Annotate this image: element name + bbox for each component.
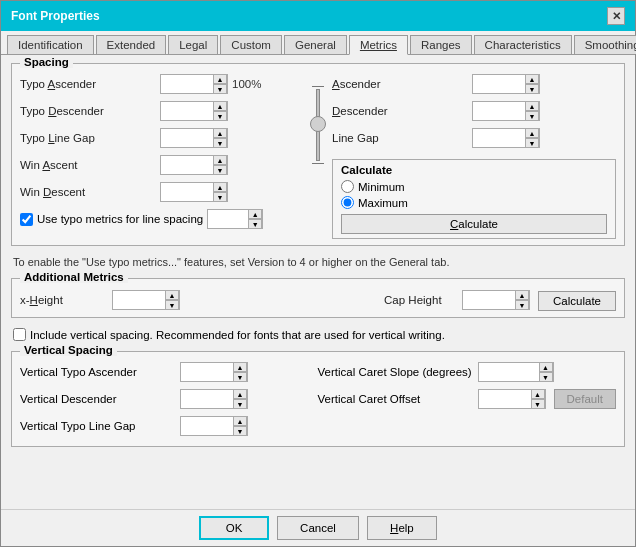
win-descent-input[interactable]: -670 bbox=[161, 183, 213, 201]
cap-height-up[interactable]: ▲ bbox=[515, 290, 529, 300]
descender-up[interactable]: ▲ bbox=[525, 101, 539, 111]
descender-spinner[interactable]: -670 ▲ ▼ bbox=[472, 101, 540, 121]
cap-height-input[interactable]: 1454 bbox=[463, 291, 515, 309]
cap-height-spin-btns[interactable]: ▲ ▼ bbox=[515, 290, 529, 310]
x-height-input[interactable]: 870 bbox=[113, 291, 165, 309]
typo-ascender-spinner[interactable]: 1552 ▲ ▼ bbox=[160, 74, 228, 94]
typo-descender-up[interactable]: ▲ bbox=[213, 101, 227, 111]
typo-ascender-input[interactable]: 1552 bbox=[161, 75, 213, 93]
ascender-up[interactable]: ▲ bbox=[525, 74, 539, 84]
vertical-spacing-checkbox[interactable] bbox=[13, 328, 26, 341]
descender-spin-btns[interactable]: ▲ ▼ bbox=[525, 101, 539, 121]
vert-line-gap-up[interactable]: ▲ bbox=[233, 416, 247, 426]
tab-identification[interactable]: Identification bbox=[7, 35, 94, 54]
use-typo-metrics-up[interactable]: ▲ bbox=[248, 209, 262, 219]
use-typo-metrics-spin-btns[interactable]: ▲ ▼ bbox=[248, 209, 262, 229]
cap-height-down[interactable]: ▼ bbox=[515, 300, 529, 310]
close-button[interactable]: ✕ bbox=[607, 7, 625, 25]
cancel-button[interactable]: Cancel bbox=[277, 516, 359, 540]
vert-line-gap-spin-btns[interactable]: ▲ ▼ bbox=[233, 416, 247, 436]
win-ascent-down[interactable]: ▼ bbox=[213, 165, 227, 175]
slider-thumb[interactable] bbox=[310, 116, 326, 132]
line-gap-spin-btns[interactable]: ▲ ▼ bbox=[525, 128, 539, 148]
win-descent-down[interactable]: ▼ bbox=[213, 192, 227, 202]
win-ascent-up[interactable]: ▲ bbox=[213, 155, 227, 165]
typo-line-gap-input[interactable]: 205 bbox=[161, 129, 213, 147]
ascender-spin-btns[interactable]: ▲ ▼ bbox=[525, 74, 539, 94]
vert-descender-up[interactable]: ▲ bbox=[233, 389, 247, 399]
vert-caret-offset-input[interactable]: 0 bbox=[479, 390, 531, 408]
vert-caret-slope-spin-btns[interactable]: ▲ ▼ bbox=[539, 362, 553, 382]
cap-height-spinner[interactable]: 1454 ▲ ▼ bbox=[462, 290, 530, 310]
use-typo-metrics-down[interactable]: ▼ bbox=[248, 219, 262, 229]
descender-down[interactable]: ▼ bbox=[525, 111, 539, 121]
vert-caret-slope-input[interactable]: 90.00 bbox=[479, 363, 539, 381]
typo-line-gap-spin-btns[interactable]: ▲ ▼ bbox=[213, 128, 227, 148]
typo-descender-input[interactable]: -410 bbox=[161, 102, 213, 120]
line-gap-down[interactable]: ▼ bbox=[525, 138, 539, 148]
tab-custom[interactable]: Custom bbox=[220, 35, 282, 54]
vert-ascender-spin-btns[interactable]: ▲ ▼ bbox=[233, 362, 247, 382]
tab-extended[interactable]: Extended bbox=[96, 35, 167, 54]
additional-calculate-button[interactable]: Calculate bbox=[538, 291, 616, 311]
typo-line-gap-up[interactable]: ▲ bbox=[213, 128, 227, 138]
vert-descender-input[interactable]: -1024 bbox=[181, 390, 233, 408]
vert-descender-spinner[interactable]: -1024 ▲ ▼ bbox=[180, 389, 248, 409]
minimum-radio[interactable] bbox=[341, 180, 354, 193]
ok-button[interactable]: OK bbox=[199, 516, 269, 540]
vert-ascender-down[interactable]: ▼ bbox=[233, 372, 247, 382]
vert-ascender-spinner[interactable]: 1024 ▲ ▼ bbox=[180, 362, 248, 382]
line-gap-spinner[interactable]: 1 ▲ ▼ bbox=[472, 128, 540, 148]
typo-descender-down[interactable]: ▼ bbox=[213, 111, 227, 121]
calculate-button[interactable]: Calculate bbox=[341, 214, 607, 234]
win-descent-up[interactable]: ▲ bbox=[213, 182, 227, 192]
line-gap-up[interactable]: ▲ bbox=[525, 128, 539, 138]
help-button[interactable]: Help bbox=[367, 516, 437, 540]
win-ascent-input[interactable]: 1991 bbox=[161, 156, 213, 174]
typo-ascender-spin-btns[interactable]: ▲ ▼ bbox=[213, 74, 227, 94]
vert-descender-down[interactable]: ▼ bbox=[233, 399, 247, 409]
typo-line-gap-down[interactable]: ▼ bbox=[213, 138, 227, 148]
vert-caret-offset-up[interactable]: ▲ bbox=[531, 389, 545, 399]
typo-ascender-down[interactable]: ▼ bbox=[213, 84, 227, 94]
maximum-radio[interactable] bbox=[341, 196, 354, 209]
vert-caret-offset-down[interactable]: ▼ bbox=[531, 399, 545, 409]
ascender-down[interactable]: ▼ bbox=[525, 84, 539, 94]
x-height-spinner[interactable]: 870 ▲ ▼ bbox=[112, 290, 180, 310]
ascender-spinner[interactable]: 1991 ▲ ▼ bbox=[472, 74, 540, 94]
vert-caret-offset-spinner[interactable]: 0 ▲ ▼ bbox=[478, 389, 546, 409]
vert-ascender-input[interactable]: 1024 bbox=[181, 363, 233, 381]
tab-metrics[interactable]: Metrics bbox=[349, 35, 408, 55]
vert-caret-slope-down[interactable]: ▼ bbox=[539, 372, 553, 382]
typo-ascender-up[interactable]: ▲ bbox=[213, 74, 227, 84]
tab-legal[interactable]: Legal bbox=[168, 35, 218, 54]
use-typo-metrics-percent-spinner[interactable]: 120 % ▲ ▼ bbox=[207, 209, 263, 229]
x-height-spin-btns[interactable]: ▲ ▼ bbox=[165, 290, 179, 310]
ascender-input[interactable]: 1991 bbox=[473, 75, 525, 93]
use-typo-metrics-percent-input[interactable]: 120 % bbox=[208, 210, 248, 228]
vert-caret-offset-spin-btns[interactable]: ▲ ▼ bbox=[531, 389, 545, 409]
tab-general[interactable]: General bbox=[284, 35, 347, 54]
win-ascent-spin-btns[interactable]: ▲ ▼ bbox=[213, 155, 227, 175]
tab-ranges[interactable]: Ranges bbox=[410, 35, 472, 54]
tab-smoothing[interactable]: Smoothing bbox=[574, 35, 636, 54]
vert-line-gap-spinner[interactable]: 0 ▲ ▼ bbox=[180, 416, 248, 436]
vert-line-gap-input[interactable]: 0 bbox=[181, 417, 233, 435]
use-typo-metrics-checkbox[interactable] bbox=[20, 213, 33, 226]
tab-characteristics[interactable]: Characteristics bbox=[474, 35, 572, 54]
win-descent-spin-btns[interactable]: ▲ ▼ bbox=[213, 182, 227, 202]
typo-line-gap-spinner[interactable]: 205 ▲ ▼ bbox=[160, 128, 228, 148]
win-descent-spinner[interactable]: -670 ▲ ▼ bbox=[160, 182, 228, 202]
vert-line-gap-down[interactable]: ▼ bbox=[233, 426, 247, 436]
line-gap-input[interactable]: 1 bbox=[473, 129, 525, 147]
vert-caret-slope-up[interactable]: ▲ bbox=[539, 362, 553, 372]
x-height-down[interactable]: ▼ bbox=[165, 300, 179, 310]
vert-caret-slope-spinner[interactable]: 90.00 ▲ ▼ bbox=[478, 362, 554, 382]
vert-descender-spin-btns[interactable]: ▲ ▼ bbox=[233, 389, 247, 409]
typo-descender-spinner[interactable]: -410 ▲ ▼ bbox=[160, 101, 228, 121]
typo-descender-spin-btns[interactable]: ▲ ▼ bbox=[213, 101, 227, 121]
vert-ascender-up[interactable]: ▲ bbox=[233, 362, 247, 372]
win-ascent-spinner[interactable]: 1991 ▲ ▼ bbox=[160, 155, 228, 175]
x-height-up[interactable]: ▲ bbox=[165, 290, 179, 300]
descender-input[interactable]: -670 bbox=[473, 102, 525, 120]
